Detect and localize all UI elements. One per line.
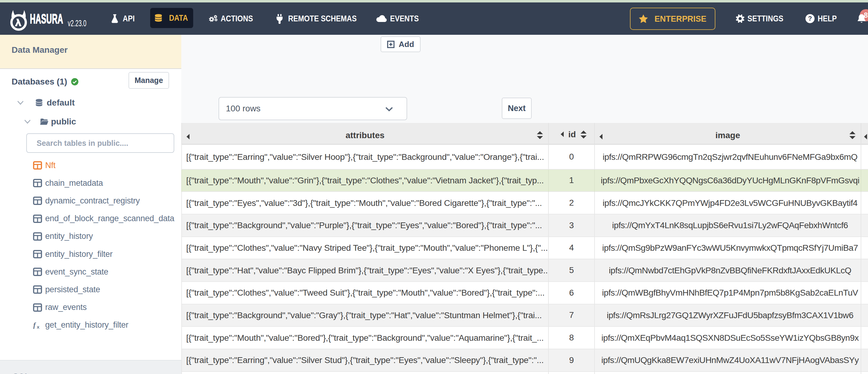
svg-text:x: x <box>37 324 40 329</box>
svg-text:f: f <box>33 321 36 329</box>
svg-text:?: ? <box>808 15 812 22</box>
